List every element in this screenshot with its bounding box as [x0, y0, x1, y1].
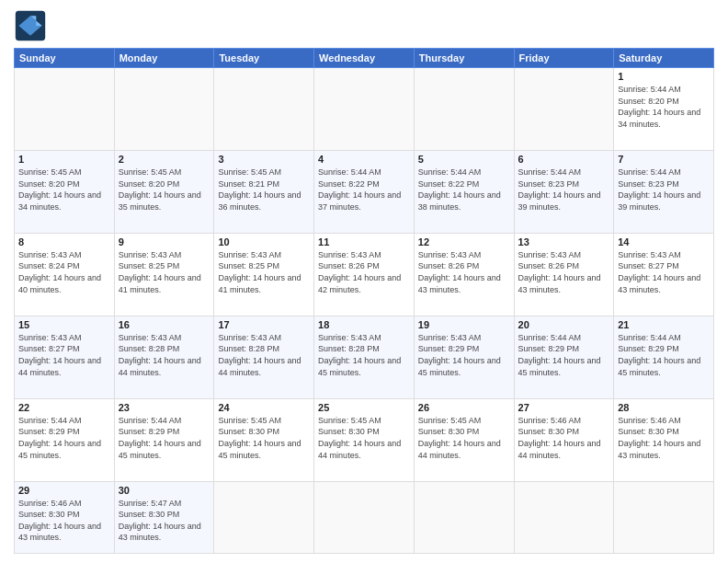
- calendar-cell: 21 Sunrise: 5:44 AM Sunset: 8:29 PM Dayl…: [614, 316, 714, 398]
- day-info: Sunrise: 5:46 AM Sunset: 8:30 PM Dayligh…: [618, 415, 710, 461]
- sunset-label: Sunset: 8:27 PM: [18, 344, 80, 353]
- week-row-6: 29 Sunrise: 5:46 AM Sunset: 8:30 PM Dayl…: [15, 481, 714, 553]
- sunrise-label: Sunrise: 5:43 AM: [318, 250, 381, 259]
- week-row-4: 15 Sunrise: 5:43 AM Sunset: 8:27 PM Dayl…: [15, 316, 714, 398]
- daylight-label: Daylight: 14 hours and 37 minutes.: [318, 190, 401, 212]
- day-number: 28: [618, 402, 710, 413]
- calendar-cell: 15 Sunrise: 5:43 AM Sunset: 8:27 PM Dayl…: [15, 316, 115, 398]
- calendar-cell: [414, 68, 514, 151]
- daylight-label: Daylight: 14 hours and 43 minutes.: [418, 273, 501, 294]
- sunset-label: Sunset: 8:30 PM: [119, 510, 180, 519]
- sunset-label: Sunset: 8:30 PM: [618, 427, 679, 436]
- day-number: 1: [618, 71, 710, 82]
- weekday-thursday: Thursday: [414, 49, 514, 68]
- calendar-cell: 4 Sunrise: 5:44 AM Sunset: 8:22 PM Dayli…: [314, 150, 415, 233]
- sunset-label: Sunset: 8:22 PM: [318, 179, 380, 189]
- sunrise-label: Sunrise: 5:45 AM: [119, 167, 182, 177]
- day-number: 20: [518, 319, 610, 330]
- daylight-label: Daylight: 14 hours and 36 minutes.: [218, 190, 301, 212]
- sunrise-label: Sunrise: 5:47 AM: [119, 499, 182, 508]
- day-number: 12: [418, 236, 510, 247]
- day-number: 8: [18, 236, 110, 247]
- sunrise-label: Sunrise: 5:45 AM: [218, 167, 281, 177]
- page: SundayMondayTuesdayWednesdayThursdayFrid…: [0, 0, 728, 563]
- sunset-label: Sunset: 8:29 PM: [18, 427, 80, 436]
- calendar-cell: 11 Sunrise: 5:43 AM Sunset: 8:26 PM Dayl…: [314, 233, 415, 316]
- day-info: Sunrise: 5:43 AM Sunset: 8:28 PM Dayligh…: [119, 332, 210, 378]
- calendar-cell: 24 Sunrise: 5:45 AM Sunset: 8:30 PM Dayl…: [214, 398, 314, 481]
- day-number: 11: [318, 236, 410, 247]
- sunset-label: Sunset: 8:29 PM: [518, 344, 580, 353]
- weekday-monday: Monday: [114, 49, 214, 68]
- calendar-table: SundayMondayTuesdayWednesdayThursdayFrid…: [14, 48, 714, 554]
- calendar-cell: 18 Sunrise: 5:43 AM Sunset: 8:28 PM Dayl…: [314, 316, 415, 398]
- calendar-cell: 12 Sunrise: 5:43 AM Sunset: 8:26 PM Dayl…: [414, 233, 514, 316]
- day-info: Sunrise: 5:44 AM Sunset: 8:29 PM Dayligh…: [18, 415, 110, 461]
- day-info: Sunrise: 5:44 AM Sunset: 8:20 PM Dayligh…: [618, 84, 710, 130]
- day-number: 13: [518, 236, 610, 247]
- day-number: 18: [318, 319, 410, 330]
- sunrise-label: Sunrise: 5:44 AM: [119, 416, 182, 425]
- sunset-label: Sunset: 8:30 PM: [18, 510, 80, 519]
- day-number: 1: [18, 154, 110, 165]
- sunset-label: Sunset: 8:20 PM: [618, 97, 679, 106]
- sunset-label: Sunset: 8:26 PM: [518, 261, 580, 270]
- day-number: 17: [218, 319, 310, 330]
- day-info: Sunrise: 5:43 AM Sunset: 8:29 PM Dayligh…: [418, 332, 510, 378]
- calendar-cell: [214, 481, 314, 553]
- day-number: 26: [418, 402, 510, 413]
- day-number: 7: [618, 154, 710, 165]
- calendar-cell: 14 Sunrise: 5:43 AM Sunset: 8:27 PM Dayl…: [614, 233, 714, 316]
- sunset-label: Sunset: 8:28 PM: [318, 344, 380, 353]
- day-info: Sunrise: 5:43 AM Sunset: 8:26 PM Dayligh…: [518, 249, 610, 295]
- calendar-cell: 6 Sunrise: 5:44 AM Sunset: 8:23 PM Dayli…: [514, 150, 614, 233]
- calendar-cell: 22 Sunrise: 5:44 AM Sunset: 8:29 PM Dayl…: [15, 398, 115, 481]
- day-info: Sunrise: 5:43 AM Sunset: 8:27 PM Dayligh…: [18, 332, 110, 378]
- day-number: 3: [218, 154, 310, 165]
- day-info: Sunrise: 5:44 AM Sunset: 8:22 PM Dayligh…: [418, 167, 510, 213]
- daylight-label: Daylight: 14 hours and 44 minutes.: [418, 439, 501, 460]
- weekday-header-row: SundayMondayTuesdayWednesdayThursdayFrid…: [15, 49, 714, 68]
- day-number: 24: [218, 402, 310, 413]
- day-info: Sunrise: 5:44 AM Sunset: 8:29 PM Dayligh…: [618, 332, 710, 378]
- day-info: Sunrise: 5:43 AM Sunset: 8:28 PM Dayligh…: [318, 332, 410, 378]
- weekday-sunday: Sunday: [15, 49, 115, 68]
- sunset-label: Sunset: 8:25 PM: [218, 261, 279, 270]
- daylight-label: Daylight: 14 hours and 45 minutes.: [218, 439, 301, 460]
- weekday-saturday: Saturday: [614, 49, 714, 68]
- day-number: 16: [119, 319, 210, 330]
- sunrise-label: Sunrise: 5:44 AM: [418, 167, 482, 177]
- sunrise-label: Sunrise: 5:43 AM: [318, 333, 381, 342]
- sunset-label: Sunset: 8:28 PM: [218, 344, 279, 353]
- daylight-label: Daylight: 14 hours and 44 minutes.: [18, 356, 101, 377]
- day-info: Sunrise: 5:43 AM Sunset: 8:28 PM Dayligh…: [218, 332, 310, 378]
- sunset-label: Sunset: 8:23 PM: [618, 179, 679, 189]
- calendar-cell: 5 Sunrise: 5:44 AM Sunset: 8:22 PM Dayli…: [414, 150, 514, 233]
- sunset-label: Sunset: 8:30 PM: [418, 427, 480, 436]
- day-info: Sunrise: 5:45 AM Sunset: 8:20 PM Dayligh…: [119, 167, 210, 213]
- day-number: 4: [318, 154, 410, 165]
- day-info: Sunrise: 5:45 AM Sunset: 8:30 PM Dayligh…: [418, 415, 510, 461]
- day-info: Sunrise: 5:47 AM Sunset: 8:30 PM Dayligh…: [119, 498, 210, 544]
- daylight-label: Daylight: 14 hours and 42 minutes.: [318, 273, 401, 294]
- weekday-wednesday: Wednesday: [314, 49, 415, 68]
- day-info: Sunrise: 5:43 AM Sunset: 8:27 PM Dayligh…: [618, 249, 710, 295]
- logo: [14, 9, 51, 42]
- week-row-3: 8 Sunrise: 5:43 AM Sunset: 8:24 PM Dayli…: [15, 233, 714, 316]
- header: [14, 9, 714, 42]
- daylight-label: Daylight: 14 hours and 41 minutes.: [119, 273, 201, 294]
- day-info: Sunrise: 5:45 AM Sunset: 8:20 PM Dayligh…: [18, 167, 110, 213]
- daylight-label: Daylight: 14 hours and 39 minutes.: [618, 190, 700, 212]
- day-number: 23: [119, 402, 210, 413]
- sunset-label: Sunset: 8:26 PM: [418, 261, 480, 270]
- day-number: 27: [518, 402, 610, 413]
- day-number: 29: [18, 485, 110, 496]
- daylight-label: Daylight: 14 hours and 35 minutes.: [119, 190, 201, 212]
- sunset-label: Sunset: 8:28 PM: [119, 344, 180, 353]
- calendar-cell: [514, 481, 614, 553]
- sunrise-label: Sunrise: 5:43 AM: [418, 333, 482, 342]
- sunrise-label: Sunrise: 5:45 AM: [318, 416, 381, 425]
- day-info: Sunrise: 5:44 AM Sunset: 8:23 PM Dayligh…: [518, 167, 610, 213]
- day-info: Sunrise: 5:44 AM Sunset: 8:29 PM Dayligh…: [518, 332, 610, 378]
- sunrise-label: Sunrise: 5:45 AM: [418, 416, 482, 425]
